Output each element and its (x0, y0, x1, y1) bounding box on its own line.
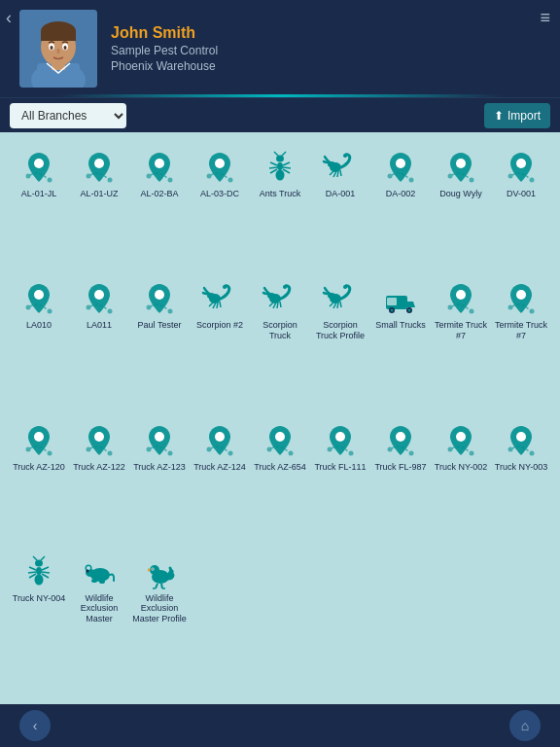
vehicle-grid: AL-01-JL AL-01-UZ AL-02-BA (0, 132, 560, 704)
grid-item[interactable]: Wildlife Exclusion Master (70, 547, 128, 695)
ant-icon (19, 552, 58, 591)
svg-point-22 (228, 178, 233, 183)
svg-point-106 (289, 450, 294, 455)
grid-item-label: Scorpion #2 (196, 320, 243, 331)
user-name: John Smith (111, 24, 550, 42)
scorpion-icon (261, 279, 299, 318)
svg-point-12 (26, 174, 31, 179)
grid-item[interactable]: Termite Truck #7 (492, 273, 550, 411)
wildlife-icon (80, 552, 119, 591)
grid-item[interactable]: Small Trucks (371, 273, 430, 411)
grid-item-label: DV-001 (507, 189, 536, 199)
grid-item[interactable]: Truck AZ-124 (191, 415, 249, 543)
grid-item[interactable]: Paul Tester (130, 273, 189, 411)
svg-point-92 (34, 432, 44, 442)
svg-point-53 (94, 290, 104, 300)
svg-line-64 (217, 302, 218, 308)
header: ‹ (0, 0, 560, 97)
grid-item[interactable]: Truck FL-987 (371, 415, 430, 543)
svg-point-88 (470, 308, 474, 313)
grid-item-label: Ants Truck (260, 189, 301, 199)
grid-item[interactable]: Doug Wyly (432, 142, 490, 269)
grid-item[interactable]: Truck NY-004 (10, 547, 68, 695)
grid-item[interactable]: AL-01-JL (10, 142, 68, 269)
branches-select[interactable]: All Branches (10, 103, 126, 128)
grid-item[interactable]: DA-001 (311, 142, 369, 269)
svg-point-91 (530, 308, 535, 313)
location-icon (19, 421, 58, 460)
svg-point-46 (470, 178, 474, 183)
grid-item-label: Truck AZ-123 (133, 462, 186, 473)
grid-item[interactable]: Truck AZ-120 (10, 415, 68, 543)
grid-item[interactable]: Truck AZ-123 (130, 415, 189, 543)
svg-line-124 (29, 574, 36, 578)
grid-item[interactable]: Wildlife Exclusion Master Profile (130, 547, 189, 695)
svg-line-129 (41, 556, 45, 560)
svg-line-78 (337, 302, 338, 308)
location-icon (200, 148, 239, 187)
location-icon (19, 279, 58, 318)
svg-point-19 (168, 178, 173, 183)
svg-point-85 (408, 308, 411, 311)
bird-icon (140, 552, 179, 591)
svg-point-23 (276, 156, 284, 162)
svg-point-86 (456, 290, 466, 300)
import-button[interactable]: ⬆ Import (484, 103, 550, 128)
svg-line-29 (283, 162, 290, 165)
grid-item[interactable]: Scorpion Truck Profile (311, 273, 369, 411)
svg-point-138 (150, 565, 159, 575)
grid-item[interactable]: Truck NY-002 (432, 415, 490, 543)
svg-point-119 (35, 559, 43, 566)
svg-point-113 (456, 432, 466, 442)
svg-point-49 (530, 178, 535, 183)
ant-icon (261, 148, 299, 187)
svg-point-13 (48, 178, 52, 183)
nav-home-button[interactable]: ⌂ (509, 710, 541, 741)
svg-point-90 (508, 304, 513, 309)
nav-back-icon: ‹ (33, 718, 38, 733)
grid-item[interactable]: AL-01-UZ (70, 142, 128, 269)
header-line (0, 94, 560, 97)
svg-point-101 (215, 432, 225, 442)
grid-item[interactable]: AL-03-DC (191, 142, 249, 269)
grid-item[interactable]: DV-001 (492, 142, 550, 269)
grid-item[interactable]: AL-02-BA (130, 142, 189, 269)
grid-item-label: Termite Truck #7 (494, 320, 548, 341)
svg-point-108 (328, 446, 332, 451)
toolbar: All Branches ⬆ Import (0, 97, 560, 132)
svg-point-96 (87, 446, 91, 451)
location-icon (80, 421, 119, 460)
grid-item[interactable]: Truck AZ-122 (70, 415, 128, 543)
grid-item[interactable]: Truck NY-003 (492, 415, 550, 543)
menu-button[interactable]: ≡ (540, 8, 550, 28)
grid-item[interactable]: Scorpion #2 (191, 273, 249, 411)
grid-item[interactable]: LA011 (70, 273, 128, 411)
grid-item[interactable]: Truck AZ-654 (251, 415, 309, 543)
grid-item-label: Paul Tester (138, 320, 182, 331)
nav-back-button[interactable]: ‹ (19, 710, 51, 741)
grid-item[interactable]: Truck FL-111 (311, 415, 369, 543)
grid-item[interactable]: Termite Truck #7 (432, 273, 490, 411)
svg-point-141 (152, 568, 154, 570)
svg-point-57 (147, 304, 152, 309)
svg-point-10 (64, 46, 67, 50)
grid-item-label: LA011 (87, 320, 112, 331)
location-icon (502, 148, 541, 187)
svg-point-20 (215, 159, 225, 168)
svg-point-89 (516, 290, 526, 300)
grid-item-label: Doug Wyly (439, 189, 481, 199)
back-button[interactable]: ‹ (6, 8, 12, 28)
nav-home-icon: ⌂ (521, 718, 529, 733)
svg-line-65 (220, 302, 221, 307)
svg-point-61 (223, 285, 227, 289)
grid-item[interactable]: Ants Truck (251, 142, 309, 269)
grid-item[interactable]: LA010 (10, 273, 68, 411)
grid-item[interactable]: Scorpion Truck (251, 273, 309, 411)
grid-item-label: Small Trucks (375, 320, 426, 331)
svg-point-48 (508, 174, 513, 179)
grid-item[interactable]: DA-002 (371, 142, 430, 269)
svg-point-134 (87, 569, 89, 572)
svg-point-83 (391, 308, 394, 311)
svg-point-103 (228, 450, 233, 455)
grid-item-label: Truck NY-004 (13, 593, 65, 604)
